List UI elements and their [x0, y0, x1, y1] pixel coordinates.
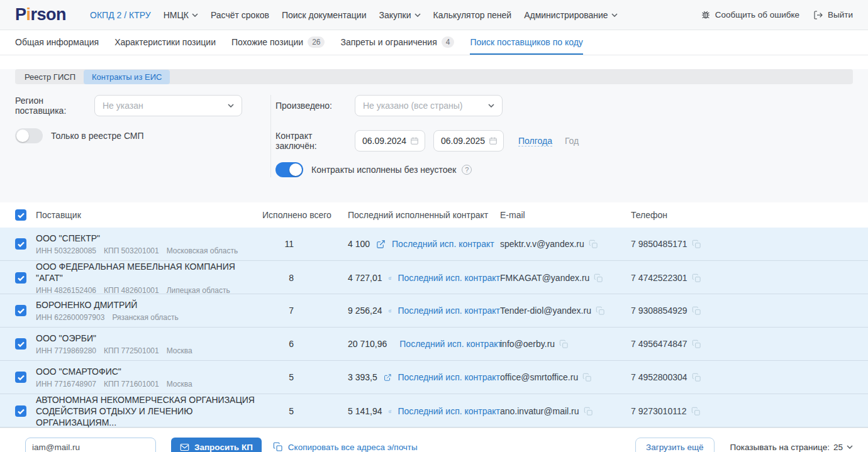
- supplier-details: ИНН 5032280085КПП 503201001Московская об…: [36, 246, 262, 255]
- chevron-down-icon: [847, 445, 853, 449]
- half-year-link[interactable]: Полгода: [518, 136, 552, 146]
- region: Москва: [167, 380, 192, 389]
- subtab-gisp-registry[interactable]: Реестр ГИСП: [16, 70, 84, 84]
- phone-value: 7 4956474847: [631, 339, 687, 349]
- email-cell: Tender-diol@yandex.ru: [500, 306, 631, 316]
- row-checkbox[interactable]: [15, 305, 26, 316]
- no-penalty-toggle[interactable]: [275, 162, 303, 177]
- row-checkbox[interactable]: [15, 238, 26, 250]
- inn: ИНН 4826152406: [36, 286, 96, 295]
- logo[interactable]: Pirson: [15, 5, 66, 25]
- copy-icon[interactable]: [582, 373, 592, 382]
- tab-similar-positions[interactable]: Похожие позиции26: [231, 30, 325, 55]
- external-link-icon[interactable]: [389, 407, 392, 416]
- smp-toggle[interactable]: [15, 128, 43, 143]
- nav-item-penalty-calc[interactable]: Калькулятор пеней: [433, 10, 512, 20]
- last-contract-cell: 3 393,5 Последний исп. контракт: [348, 372, 500, 382]
- phone-value: 7 9308854929: [631, 306, 687, 316]
- copy-icon[interactable]: [692, 373, 701, 382]
- subtab-eis-contracts[interactable]: Контракты из ЕИС: [84, 70, 170, 84]
- date-to-input[interactable]: 06.09.2025: [433, 130, 504, 152]
- email-input[interactable]: [25, 438, 156, 452]
- last-contract-link[interactable]: Последний исп. контракт: [398, 372, 500, 382]
- phone-value: 7 4742522301: [631, 273, 687, 283]
- nav-label: Администрирование: [524, 10, 608, 20]
- year-link[interactable]: Год: [565, 136, 579, 146]
- external-link-icon[interactable]: [384, 373, 392, 382]
- produced-select[interactable]: Не указано (все страны): [355, 95, 503, 116]
- region-label: Регион поставщика:: [15, 96, 94, 116]
- header-actions: Сообщить об ошибке Выйти: [701, 10, 853, 20]
- copy-icon[interactable]: [596, 306, 605, 316]
- table-row: ООО "СМАРТОФИС" ИНН 7716748907КПП 771601…: [0, 361, 868, 394]
- last-contract-link[interactable]: Последний исп. контракт: [398, 273, 500, 283]
- chevron-down-icon: [228, 104, 234, 107]
- inn: ИНН 622600097903: [36, 313, 104, 322]
- region: Московская область: [167, 246, 238, 255]
- inn: ИНН 5032280085: [36, 246, 96, 255]
- column-header-total: Исполнено всего: [262, 210, 348, 220]
- last-contract-link[interactable]: Последний исп. контракт: [398, 406, 500, 416]
- chevron-down-icon: [488, 104, 494, 107]
- region-select[interactable]: Не указан: [94, 95, 242, 116]
- row-checkbox[interactable]: [15, 405, 26, 417]
- copy-all-emails-label: Скопировать все адреса э/почты: [288, 443, 418, 452]
- table-row: БОРОНЕНКО ДМИТРИЙ ИНН 622600097903Рязанс…: [0, 294, 868, 328]
- table-row: ООО ФЕДЕРАЛЬНАЯ МЕБЕЛЬНАЯ КОМПАНИЯ "АГАТ…: [0, 261, 868, 294]
- logout-button[interactable]: Выйти: [813, 10, 853, 20]
- row-checkbox[interactable]: [15, 338, 26, 350]
- copy-all-emails-link[interactable]: Скопировать все адреса э/почты: [273, 442, 418, 452]
- last-contract-link[interactable]: Последний исп. контракт: [399, 339, 502, 349]
- tab-general-info[interactable]: Общая информация: [15, 30, 99, 55]
- external-link-icon[interactable]: [376, 240, 386, 249]
- logo-text-rest: rson: [31, 5, 67, 24]
- row-checkbox[interactable]: [15, 272, 26, 284]
- load-more-button[interactable]: Загрузить ещё: [635, 438, 715, 452]
- last-contract-link[interactable]: Последний исп. контракт: [392, 239, 494, 249]
- phone-cell: 7 9308854929: [631, 306, 868, 316]
- report-error-button[interactable]: Сообщить об ошибке: [701, 10, 799, 20]
- last-contract-cell: 5 141,94 Последний исп. контракт: [348, 406, 500, 416]
- tab-supplier-search[interactable]: Поиск поставщиков по коду: [470, 30, 582, 55]
- supplier-cell: ООО "СМАРТОФИС" ИНН 7716748907КПП 771601…: [36, 366, 262, 389]
- email-cell: FMKAGAT@yandex.ru: [500, 273, 631, 283]
- supplier-name: ООО "ОЭРБИ": [36, 333, 262, 344]
- nav-item-doc-search[interactable]: Поиск документации: [282, 10, 367, 20]
- external-link-icon[interactable]: [389, 306, 392, 316]
- copy-icon[interactable]: [692, 273, 701, 283]
- row-checkbox[interactable]: [15, 372, 26, 383]
- copy-icon[interactable]: [692, 240, 701, 249]
- last-contract-link[interactable]: Последний исп. контракт: [398, 306, 500, 316]
- contract-amount: 4 727,01: [348, 273, 382, 283]
- logout-icon: [813, 10, 823, 20]
- copy-icon[interactable]: [692, 339, 701, 349]
- copy-icon[interactable]: [594, 273, 603, 283]
- nav-item-deadlines[interactable]: Расчёт сроков: [211, 10, 269, 20]
- nav-item-purchases[interactable]: Закупки: [379, 10, 421, 20]
- source-subtabs: Реестр ГИСП Контракты из ЕИС: [15, 69, 853, 84]
- external-link-icon[interactable]: [389, 273, 392, 283]
- logout-label: Выйти: [828, 10, 853, 19]
- copy-icon[interactable]: [589, 240, 598, 249]
- nav-item-nmck[interactable]: НМЦК: [164, 10, 198, 20]
- select-all-checkbox[interactable]: [15, 209, 26, 221]
- total-executed: 11: [262, 239, 348, 249]
- tab-restrictions[interactable]: Запреты и ограничения4: [340, 30, 454, 55]
- copy-icon[interactable]: [692, 306, 701, 316]
- request-kp-button[interactable]: Запросить КП: [171, 438, 262, 452]
- help-icon[interactable]: ?: [462, 165, 472, 175]
- produced-placeholder: Не указано (все страны): [363, 101, 488, 111]
- nav-label: Закупки: [379, 10, 411, 20]
- copy-icon[interactable]: [559, 339, 569, 349]
- copy-icon[interactable]: [691, 407, 701, 416]
- tab-characteristics[interactable]: Характеристики позиции: [114, 30, 216, 55]
- nav-item-admin[interactable]: Администрирование: [524, 10, 618, 20]
- nav-item-okpd[interactable]: ОКПД 2 / КТРУ: [90, 10, 151, 20]
- date-from-input[interactable]: 06.09.2024: [355, 130, 425, 152]
- inn: ИНН 7716748907: [36, 380, 96, 389]
- toggle-knob: [289, 163, 302, 176]
- copy-icon[interactable]: [584, 407, 593, 416]
- email-value: FMKAGAT@yandex.ru: [500, 273, 589, 283]
- email-cell: spektr.v.v@yandex.ru: [500, 239, 631, 249]
- page-size-selector[interactable]: Показывать на странице: 25: [730, 443, 853, 452]
